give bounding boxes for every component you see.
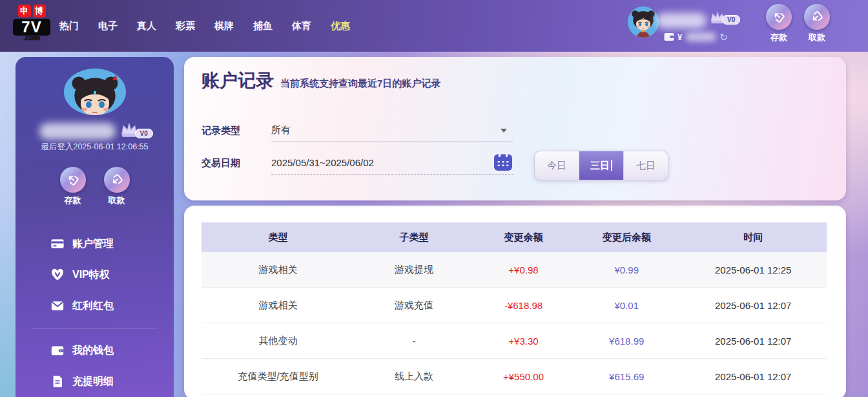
sidebar-withdraw-button[interactable]: 取款 xyxy=(102,167,132,206)
range-button-seven-days[interactable]: 七日 xyxy=(624,151,668,180)
cell-subtype: - xyxy=(355,336,473,347)
top-nav: 申 博 7V .com 热门 电子 真人 彩票 棋牌 捕鱼 体育 优惠 V0 xyxy=(0,0,868,52)
nav-item-hot[interactable]: 热门 xyxy=(59,20,79,32)
sidebar-item-vip-privileges[interactable]: VIP特权 xyxy=(16,259,174,290)
wallet-icon xyxy=(664,32,674,41)
brand-badges: 申 博 xyxy=(13,5,50,17)
record-type-filter-row: 记录类型 所有 xyxy=(202,119,513,142)
sidebar-username-blurred xyxy=(39,123,116,140)
vip-badge-icon xyxy=(50,268,65,282)
wallet-icon xyxy=(50,343,65,358)
cell-change-amount: +¥0.98 xyxy=(473,264,574,275)
currency-symbol: ¥ xyxy=(677,32,682,42)
table-header-row: 类型 子类型 变更余额 变更后余额 时间 xyxy=(202,222,827,252)
calendar-icon[interactable] xyxy=(494,153,512,171)
account-records-filter-card: 账户记录 当前系统支持查询最近7日的账户记录 记录类型 所有 交易日期 2025… xyxy=(184,57,846,200)
page-subtitle: 当前系统支持查询最近7日的账户记录 xyxy=(280,78,440,90)
bank-card-icon xyxy=(50,237,65,251)
column-header-change: 变更余额 xyxy=(473,231,574,244)
cell-change-amount: -¥618.98 xyxy=(473,300,574,311)
column-header-subtype: 子类型 xyxy=(355,231,473,244)
brand-badge-char: 博 xyxy=(33,5,46,17)
refresh-balance-icon[interactable]: ↻ xyxy=(719,32,728,42)
withdraw-button[interactable]: 取款 xyxy=(802,4,832,43)
deposit-icon xyxy=(60,167,86,193)
deposit-label: 存款 xyxy=(65,195,81,206)
sidebar-item-my-wallet[interactable]: 我的钱包 xyxy=(16,335,174,366)
sidebar-item-label: VIP特权 xyxy=(72,268,110,282)
sidebar-item-account-management[interactable]: 账户管理 xyxy=(16,228,174,259)
cell-change-amount: +¥550.00 xyxy=(473,371,574,382)
sidebar-divider xyxy=(31,328,158,328)
cell-time: 2025-06-01 12:07 xyxy=(679,336,826,347)
date-range-input[interactable]: 2025/05/31~2025/06/02 xyxy=(271,151,513,175)
withdraw-label: 取款 xyxy=(809,32,825,43)
table-row[interactable]: 游戏相关 游戏提现 +¥0.98 ¥0.99 2025-06-01 12:25 xyxy=(202,252,827,288)
nav-item-fishing[interactable]: 捕鱼 xyxy=(253,20,273,32)
sidebar-item-deposit-withdraw-details[interactable]: 充提明细 xyxy=(16,366,174,397)
sidebar: V0 最后登入2025-06-01 12:06:55 存款 取款 xyxy=(16,57,174,397)
sidebar-menu: 账户管理 VIP特权 红利红包 xyxy=(16,228,174,397)
cell-balance-after: ¥618.99 xyxy=(574,336,680,347)
withdraw-icon xyxy=(804,4,830,30)
record-type-label: 记录类型 xyxy=(202,125,271,137)
table-row[interactable]: 游戏相关 游戏充值 -¥618.98 ¥0.01 2025-06-01 12:0… xyxy=(202,288,827,323)
records-table-card: 类型 子类型 变更余额 变更后余额 时间 游戏相关 游戏提现 +¥0.98 ¥0… xyxy=(184,206,846,397)
sidebar-avatar[interactable] xyxy=(64,69,126,115)
cell-type: 其他变动 xyxy=(202,335,355,347)
nav-item-live[interactable]: 真人 xyxy=(137,20,156,32)
cell-change-amount: +¥3.30 xyxy=(473,336,574,347)
brand-badge-char: 申 xyxy=(18,5,31,17)
nav-item-promo[interactable]: 优惠 xyxy=(331,20,350,32)
red-packet-icon xyxy=(50,299,65,313)
cell-balance-after: ¥0.99 xyxy=(574,264,680,275)
cell-subtype: 游戏充值 xyxy=(355,299,473,312)
withdraw-icon xyxy=(104,167,130,193)
table-row[interactable]: 其他变动 - +¥3.30 ¥618.99 2025-06-01 12:07 xyxy=(202,323,827,359)
page-title: 账户记录 xyxy=(202,69,274,93)
brand-domain: .com xyxy=(13,34,50,41)
sidebar-deposit-button[interactable]: 存款 xyxy=(58,167,88,206)
vip-badge: V0 xyxy=(135,129,153,138)
document-icon xyxy=(50,374,65,389)
cell-subtype: 线上入款 xyxy=(355,370,473,383)
record-type-select[interactable]: 所有 xyxy=(271,119,513,142)
nav-item-lottery[interactable]: 彩票 xyxy=(176,20,195,32)
date-range-label: 交易日期 xyxy=(202,157,271,169)
sidebar-user-line: V0 xyxy=(30,122,160,136)
nav-user-area: V0 ¥ ↻ xyxy=(626,5,762,47)
deposit-button[interactable]: 存款 xyxy=(764,4,794,43)
withdraw-label: 取款 xyxy=(108,195,125,206)
last-login-text: 最后登入2025-06-01 12:06:55 xyxy=(41,142,148,153)
balance-amount-blurred xyxy=(685,32,716,41)
range-button-label: 三日 xyxy=(590,160,610,172)
range-button-today[interactable]: 今日 xyxy=(535,151,579,180)
nav-item-sports[interactable]: 体育 xyxy=(292,20,311,32)
cell-balance-after: ¥615.69 xyxy=(574,371,680,382)
sidebar-quick-actions: 存款 取款 xyxy=(58,167,132,206)
brand-logo[interactable]: 申 博 7V .com xyxy=(13,5,50,41)
deposit-label: 存款 xyxy=(770,32,787,43)
main-nav-menu: 热门 电子 真人 彩票 棋牌 捕鱼 体育 优惠 xyxy=(59,0,350,52)
quick-range-group: 今日 三日 七日 xyxy=(534,151,668,180)
user-avatar[interactable] xyxy=(628,6,659,38)
sidebar-vip-level[interactable]: V0 xyxy=(119,122,153,138)
page: 申 博 7V .com 热门 电子 真人 彩票 棋牌 捕鱼 体育 优惠 V0 xyxy=(0,0,868,397)
column-header-balance-after: 变更后余额 xyxy=(574,231,680,244)
nav-quick-actions: 存款 取款 xyxy=(764,4,832,43)
sidebar-item-label: 充提明细 xyxy=(72,375,114,389)
nav-item-slots[interactable]: 电子 xyxy=(98,20,118,32)
cell-time: 2025-06-01 12:07 xyxy=(679,300,826,311)
vip-level[interactable]: V0 xyxy=(709,10,740,25)
wallet-balance-row: ¥ ↻ xyxy=(664,31,728,43)
cell-type: 游戏相关 xyxy=(202,264,355,276)
record-type-value: 所有 xyxy=(271,124,291,136)
column-header-type: 类型 xyxy=(202,231,355,244)
table-row[interactable]: 充值类型/充值型别 线上入款 +¥550.00 ¥615.69 2025-06-… xyxy=(202,359,827,394)
sidebar-item-label: 我的钱包 xyxy=(72,344,114,358)
sidebar-item-bonus-red-packet[interactable]: 红利红包 xyxy=(16,290,174,321)
range-button-three-days[interactable]: 三日 xyxy=(579,151,623,180)
nav-item-cards[interactable]: 棋牌 xyxy=(214,20,234,32)
cell-subtype: 游戏提现 xyxy=(355,264,473,276)
cell-time: 2025-06-01 12:25 xyxy=(679,264,826,275)
